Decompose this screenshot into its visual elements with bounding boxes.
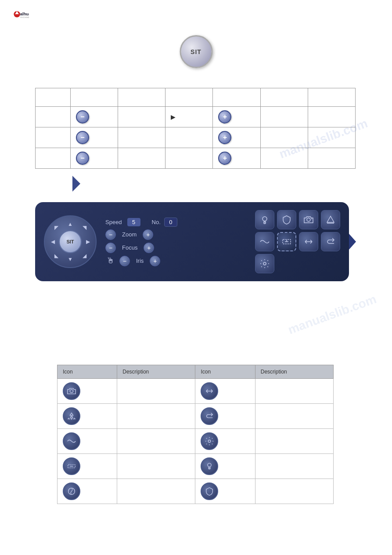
iris-plus[interactable]: +	[150, 256, 160, 266]
arrow-right[interactable]: ▶	[83, 236, 93, 247]
grid-btn-shield[interactable]	[277, 210, 296, 229]
table1-header-2	[71, 88, 118, 107]
table1-r1c3	[118, 107, 165, 127]
grid-btn-wave[interactable]	[255, 232, 274, 251]
grid-btn-flip[interactable]	[299, 232, 318, 251]
arrow-up[interactable]: ▲	[65, 219, 76, 229]
joystick-sit-btn[interactable]: SIT	[59, 230, 82, 253]
iris-minus[interactable]: −	[119, 256, 130, 266]
arrow-upleft[interactable]: ◤	[51, 222, 61, 233]
return-icon	[201, 407, 218, 425]
table1-r1c5[interactable]: +	[213, 107, 260, 127]
zoom-plus[interactable]: +	[143, 229, 153, 240]
table1-r2c6	[260, 127, 308, 148]
table1-header-7	[308, 88, 355, 107]
arrow-down[interactable]: ▼	[65, 254, 76, 265]
table1-r3c2[interactable]: −	[71, 148, 118, 169]
table1-r3c1	[36, 148, 71, 169]
table-row	[58, 479, 334, 504]
t2-desc-wiper	[117, 454, 195, 479]
ptz-panel: ◤ ◥ ◣ ◢ ▲ ▼ ◀ ▶ SIT Speed 5 No. 0 − Zoom	[35, 202, 349, 281]
t2-icon-tour	[58, 479, 117, 504]
t2-icon-camera	[58, 379, 117, 404]
table1-r1c7	[308, 107, 355, 127]
plus-btn-r1[interactable]: +	[218, 110, 231, 123]
joystick[interactable]: ◤ ◥ ◣ ◢ ▲ ▼ ◀ ▶ SIT	[44, 215, 97, 268]
shield-icon	[201, 482, 218, 500]
table2-h4: Description	[255, 365, 333, 379]
logo: alhua TECHNOLOGY	[13, 8, 29, 20]
table1-header-5	[213, 88, 260, 107]
grid-btn-gear[interactable]	[255, 254, 274, 273]
table1-header-1	[36, 88, 71, 107]
t2-icon-wiper	[58, 454, 117, 479]
table2-h1: Icon	[58, 365, 117, 379]
table1-r2c2[interactable]: −	[71, 127, 118, 148]
table1-header-3	[118, 88, 165, 107]
t2-desc-wave	[117, 429, 195, 454]
grid-btn-dashed[interactable]	[277, 232, 296, 251]
table2-h3: Icon	[195, 365, 255, 379]
arrow-downleft[interactable]: ◣	[51, 250, 61, 261]
table2-h2: Description	[117, 365, 195, 379]
joystick-sit-label: SIT	[66, 239, 74, 244]
svg-point-13	[263, 262, 266, 265]
t2-icon-recycle	[58, 404, 117, 429]
speed-row: Speed 5 No. 0	[105, 218, 177, 227]
no-label: No.	[152, 219, 161, 225]
plus-btn-r3[interactable]: +	[218, 152, 231, 165]
table1-r2c5[interactable]: +	[213, 127, 260, 148]
camera-icon	[63, 382, 80, 400]
focus-minus[interactable]: −	[105, 243, 116, 253]
table1-r2c1	[36, 127, 71, 148]
focus-label: Focus	[122, 244, 137, 251]
grid-btn-triangle[interactable]	[321, 210, 340, 229]
svg-point-8	[307, 218, 310, 221]
bulb-icon	[201, 457, 218, 475]
table2: Icon Description Icon Description	[57, 365, 334, 504]
table1-r2c4	[165, 127, 213, 148]
arrow-left[interactable]: ◀	[47, 236, 58, 247]
grid-btn-bulb[interactable]	[255, 210, 274, 229]
focus-plus[interactable]: +	[144, 243, 154, 253]
t2-icon-bulb	[195, 454, 255, 479]
t2-desc-bulb	[255, 454, 333, 479]
zoom-minus[interactable]: −	[105, 229, 116, 240]
no-value: 0	[164, 218, 177, 227]
recycle-icon	[63, 407, 80, 425]
minus-btn-r2[interactable]: −	[76, 131, 89, 144]
panel-side-arrow[interactable]	[349, 234, 356, 250]
t2-icon-return	[195, 404, 255, 429]
t2-desc-flip	[255, 379, 333, 404]
svg-point-15	[209, 440, 211, 443]
arrow-upright[interactable]: ◥	[79, 222, 90, 233]
table1: − ▶ + − + − +	[35, 88, 356, 169]
sit-button-top[interactable]: SIT	[180, 35, 212, 68]
arrow-downright[interactable]: ◢	[79, 250, 90, 261]
table1-r3c3	[118, 148, 165, 169]
speed-label: Speed	[105, 219, 122, 225]
joystick-outer[interactable]: ◤ ◥ ◣ ◢ ▲ ▼ ◀ ▶ SIT	[44, 215, 97, 268]
table1-r2c7	[308, 127, 355, 148]
minus-btn-r3[interactable]: −	[76, 152, 89, 165]
t2-desc-shield	[255, 479, 333, 504]
grid-btn-return[interactable]	[321, 232, 340, 251]
table1-r1c4: ▶	[165, 107, 213, 127]
svg-point-18	[208, 463, 211, 467]
table1-r1c1	[36, 107, 71, 127]
play-icon: ▶	[171, 113, 176, 120]
t2-desc-gear	[255, 429, 333, 454]
minus-btn-r1[interactable]: −	[76, 110, 89, 123]
wave-icon	[63, 432, 80, 450]
sit-btn-large[interactable]: SIT	[180, 35, 212, 68]
t2-desc-tour	[117, 479, 195, 504]
table1-r3c5[interactable]: +	[213, 148, 260, 169]
table1-r1c2[interactable]: −	[71, 107, 118, 127]
table-row	[58, 454, 334, 479]
gear-icon	[201, 432, 218, 450]
plus-btn-r2[interactable]: +	[218, 131, 231, 144]
table1-r2c3	[118, 127, 165, 148]
grid-btn-camera[interactable]	[299, 210, 318, 229]
focus-row: − Focus +	[105, 243, 177, 253]
table1-header-6	[260, 88, 308, 107]
